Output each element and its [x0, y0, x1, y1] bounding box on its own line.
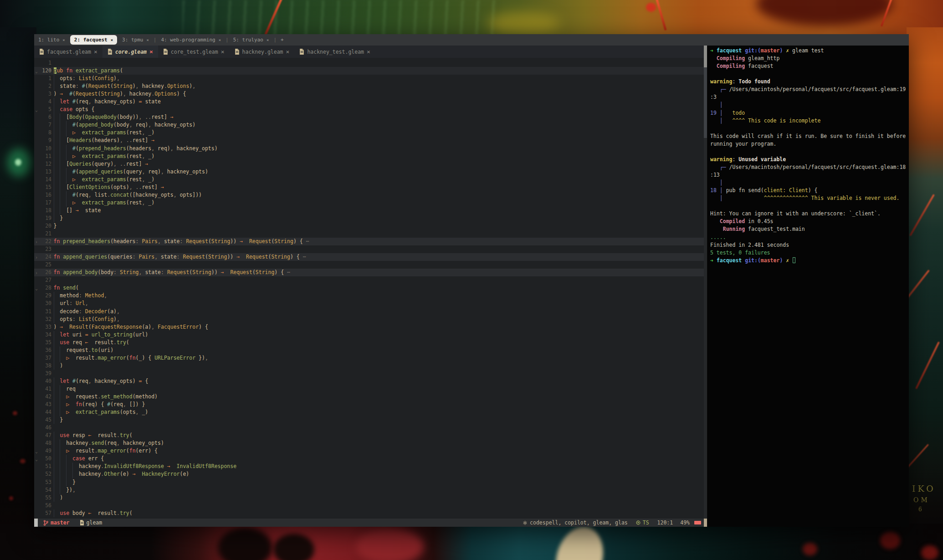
buffer-close-icon[interactable]: × — [94, 48, 97, 55]
buffer-tab-name: hackney_test.gleam — [307, 49, 364, 55]
code-line[interactable]: 1 opts: List(Config), — [34, 75, 704, 82]
code-line[interactable]: 9 [Headers(headers), ..rest] → — [34, 137, 704, 144]
buffer-close-icon[interactable]: × — [367, 48, 370, 55]
filetype-name: gleam — [87, 519, 102, 526]
terminal-line: ➜ facquest git:(master) ✗ — [710, 257, 909, 265]
tmux-window-tab[interactable]: 1: lito× — [34, 37, 69, 43]
code-line[interactable]: 15 [ClientOptions(opts), ..rest] → — [34, 183, 704, 191]
code-line[interactable]: 55 ) — [34, 494, 704, 502]
tmux-window-tab[interactable]: 5: trulyao× — [229, 37, 273, 43]
code-line[interactable]: ⌄120pub fn extract_params( — [34, 67, 704, 75]
code-line[interactable]: 2 state: #(Request(String), hackney.Opti… — [34, 82, 704, 90]
buffer-tab[interactable]: hackney.gleam× — [230, 46, 295, 58]
terminal-line — [710, 125, 909, 132]
scrollbar[interactable] — [704, 46, 707, 519]
terminal-output-pane[interactable]: ➜ facquest git:(master) ✗ gleam test Com… — [707, 46, 909, 527]
code-line[interactable]: 7 #(append_body(body, req), hackney_opts… — [34, 121, 704, 129]
code-line[interactable]: 27 — [34, 276, 704, 284]
code-line[interactable]: 29 method: Method, — [34, 292, 704, 300]
code-line[interactable]: 6 [Body(OpaqueBody(body)), ..rest] → — [34, 113, 704, 121]
code-area[interactable]: 1⌄120pub fn extract_params(1 opts: List(… — [34, 58, 704, 519]
code-line[interactable]: 33) → Result(FacquestResponse(a), Facque… — [34, 323, 704, 331]
code-line[interactable]: ⌄5 case opts { — [34, 106, 704, 113]
tmux-window-tab[interactable]: 4: web-programming× — [157, 37, 225, 43]
buffer-close-icon[interactable]: × — [221, 48, 225, 55]
code-line[interactable]: 43 ▷ fn(req) { #(req, []) } — [34, 401, 704, 408]
buffer-close-icon[interactable]: × — [286, 48, 290, 55]
code-line[interactable]: 54 }), — [34, 486, 704, 494]
tmux-new-window-button[interactable]: + — [277, 37, 287, 43]
code-line[interactable]: ⌄28fn send( — [34, 284, 704, 292]
code-line[interactable]: ›26fn append_body(body: String, state: R… — [34, 269, 704, 276]
code-line[interactable]: 17 ▷ extract_params(rest, _) — [34, 199, 704, 207]
code-line[interactable]: 11 ▷ extract_params(rest, _) — [34, 153, 704, 160]
code-line[interactable]: 53 } — [34, 479, 704, 486]
code-line[interactable]: 10 #(prepend_headers(headers, req), hack… — [34, 145, 704, 153]
code-line[interactable]: 46 — [34, 424, 704, 432]
code-line[interactable]: 21 — [34, 230, 704, 238]
code-line[interactable]: 30 url: Url, — [34, 300, 704, 307]
line-number: 16 — [40, 191, 51, 199]
code-line[interactable]: 13 #(append_queries(query, req), hackney… — [34, 168, 704, 176]
code-line[interactable]: 52 hackney.Other(e) → HackneyError(e) — [34, 470, 704, 478]
code-line[interactable]: 32 opts: List(Config), — [34, 316, 704, 323]
code-line[interactable]: 34 let uri = url_to_string(url) — [34, 331, 704, 339]
tmux-window-tab[interactable]: 3: tpmu× — [118, 37, 153, 43]
code-line[interactable]: 12 [Queries(query), ..rest] → — [34, 160, 704, 168]
file-icon — [108, 49, 113, 55]
code-text: ) — [54, 362, 63, 370]
scrollbar-thumb[interactable] — [704, 46, 707, 67]
git-branch-indicator[interactable]: master — [43, 519, 70, 526]
buffer-tab[interactable]: hackney_test.gleam× — [294, 46, 375, 58]
tmux-status-bar: 1: lito×2: facquest×3: tpmu×|4: web-prog… — [34, 34, 909, 46]
code-line[interactable]: 8 ▷ extract_params(rest, _) — [34, 129, 704, 137]
code-line[interactable]: 51 hackney.InvalidUtf8Response → Invalid… — [34, 463, 704, 470]
code-line[interactable]: 14 ▷ extract_params(rest, _) — [34, 176, 704, 183]
code-line[interactable]: 44 ▷ extract_params(opts, _) — [34, 408, 704, 416]
terminal-line: Compiling gleam_http — [710, 55, 909, 62]
tmux-close-icon[interactable]: × — [219, 38, 221, 42]
code-line[interactable]: 4 let #(req, hackney_opts) = state — [34, 98, 704, 106]
buffer-tab[interactable]: core.gleam× — [102, 46, 158, 58]
code-line[interactable]: ›24fn append_queries(queries: Pairs, sta… — [34, 253, 704, 261]
line-number: 37 — [40, 354, 51, 362]
tmux-close-icon[interactable]: × — [111, 38, 113, 42]
code-line[interactable]: 36 request.to(uri) — [34, 346, 704, 354]
code-line[interactable]: 47 use resp ← result.try( — [34, 432, 704, 439]
line-number: 47 — [40, 432, 51, 439]
code-line[interactable]: 25 — [34, 261, 704, 269]
line-number: 51 — [40, 463, 51, 470]
buffer-tab[interactable]: facquest.gleam× — [34, 46, 102, 58]
code-line[interactable]: 3) → #(Request(String), hackney.Options)… — [34, 90, 704, 98]
tmux-close-icon[interactable]: × — [146, 38, 149, 42]
code-line[interactable]: 38 ) — [34, 362, 704, 370]
code-line[interactable]: ⌄50 case err { — [34, 455, 704, 463]
tmux-window-tab[interactable]: 2: facquest× — [70, 35, 117, 45]
code-line[interactable]: 57 use body ← result.try( — [34, 509, 704, 517]
code-line[interactable]: 40 let #(req, hackney_opts) = { — [34, 377, 704, 385]
tmux-close-icon[interactable]: × — [62, 38, 65, 42]
code-line[interactable]: 23 — [34, 245, 704, 253]
code-line[interactable]: ⌄49 ▷ result.map_error(fn(err) { — [34, 447, 704, 455]
code-line[interactable]: 31 decode: Decoder(a), — [34, 308, 704, 316]
code-line[interactable]: 35 use req ← result.try( — [34, 339, 704, 346]
code-line[interactable]: 1 — [34, 59, 704, 67]
code-line[interactable]: 20} — [34, 222, 704, 230]
tmux-close-icon[interactable]: × — [266, 38, 269, 42]
code-line[interactable]: 39 — [34, 370, 704, 377]
code-line[interactable]: ›22fn prepend_headers(headers: Pairs, st… — [34, 238, 704, 245]
code-line[interactable]: 16 #(req, list.concat([hackney_opts, opt… — [34, 191, 704, 199]
terminal-line: warning: Todo found — [710, 78, 909, 86]
code-line[interactable]: 48 hackney.send(req, hackney_opts) — [34, 439, 704, 447]
code-line[interactable]: 42 ▷ request.set_method(method) — [34, 393, 704, 401]
buffer-close-icon[interactable]: × — [149, 48, 153, 55]
buffer-tab[interactable]: core_test.gleam× — [158, 46, 230, 58]
code-line[interactable]: 18 [] → state — [34, 207, 704, 214]
treesitter-label: TS — [643, 519, 649, 526]
code-line[interactable]: 41 req — [34, 385, 704, 393]
code-line[interactable]: 45 } — [34, 416, 704, 424]
code-line[interactable]: 19 } — [34, 214, 704, 222]
code-line[interactable]: 56 — [34, 502, 704, 509]
wallpaper-red-dot-top — [646, 3, 656, 12]
code-line[interactable]: 37 ▷ result.map_error(fn(_) { URLParseEr… — [34, 354, 704, 362]
